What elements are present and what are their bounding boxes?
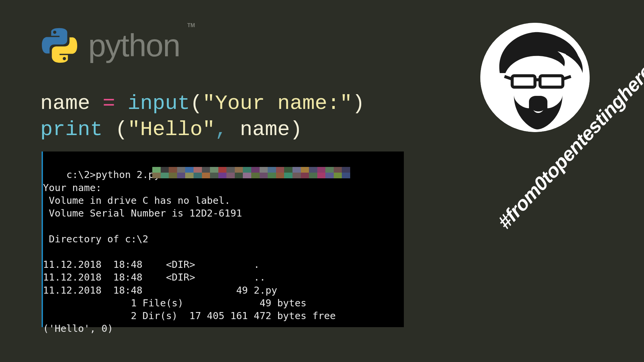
terminal-window: c:\2>python 2.py Your name: Volume in dr… [42, 152, 404, 327]
code-token-var: name [227, 118, 290, 141]
code-token-paren: ( [115, 118, 127, 141]
code-token-operator: = [90, 92, 128, 115]
code-token-func: input [127, 92, 190, 115]
trademark-label: TM [187, 22, 195, 28]
code-token-string: "Your name:" [203, 92, 352, 115]
redacted-input-pixelation [152, 167, 350, 178]
code-token-var: name [40, 92, 90, 115]
python-wordmark: python [88, 27, 180, 64]
code-token-paren: ) [352, 92, 365, 115]
code-token-space [103, 118, 115, 141]
python-logo: python TM [40, 26, 197, 65]
code-token-string: "Hello" [127, 118, 215, 141]
python-logo-icon [40, 26, 79, 65]
code-snippet: name = input("Your name:") print ("Hello… [40, 90, 365, 142]
code-token-paren: ( [190, 92, 202, 115]
code-token-func: print [40, 118, 103, 141]
code-token-comma: , [215, 118, 227, 141]
author-avatar [480, 23, 590, 132]
slide: python TM name = input("Your name:") pri… [0, 0, 644, 362]
terminal-output: c:\2>python 2.py Your name: Volume in dr… [43, 169, 336, 334]
code-token-paren: ) [290, 118, 302, 141]
